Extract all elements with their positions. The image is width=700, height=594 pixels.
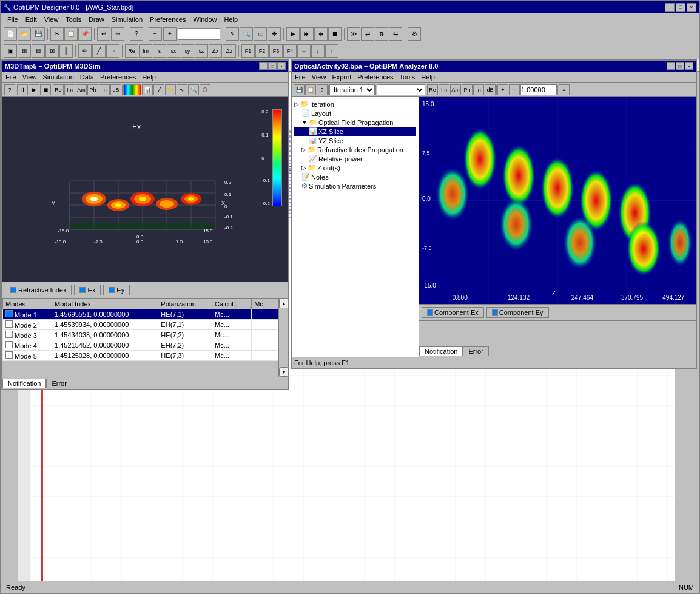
menu-window[interactable]: Window	[189, 15, 220, 24]
analyzer-minus-btn[interactable]: −	[509, 84, 520, 95]
menu-file[interactable]: File	[4, 15, 22, 24]
analyzer-extra-btn[interactable]: ≡	[559, 84, 570, 95]
cut-btn[interactable]: ✂	[50, 27, 64, 41]
field6-btn[interactable]: ↕	[311, 44, 325, 58]
export-btn[interactable]: ⬡	[200, 84, 210, 95]
tree-item-xzslice[interactable]: 📊 XZ Slice	[294, 127, 416, 136]
am-btn[interactable]: Am	[76, 84, 87, 95]
menu-edit[interactable]: Edit	[22, 15, 41, 24]
m3dsim-stop-btn[interactable]: ⏹	[40, 84, 51, 95]
select-tool[interactable]: ▭	[254, 27, 267, 41]
field7-btn[interactable]: ↑	[325, 44, 338, 58]
analyzer-select2[interactable]	[377, 84, 425, 95]
mode1-btn[interactable]: ▣	[4, 44, 17, 58]
zoom-input[interactable]: 0.10000	[178, 28, 220, 40]
refractive-index-btn[interactable]: Refractive Index	[5, 285, 72, 295]
line2-btn[interactable]: ╱	[153, 84, 164, 95]
m3dsim-menu-file[interactable]: File	[2, 73, 19, 81]
settings-btn[interactable]: ⚙	[408, 27, 421, 41]
iteration-select[interactable]: Iteration 1	[329, 84, 375, 95]
m3dsim-minimize[interactable]: _	[259, 62, 268, 70]
analyzer-maximize[interactable]: □	[676, 62, 684, 70]
m3dsim-pause-btn[interactable]: ⏸	[17, 84, 28, 95]
tree-item-yzslice[interactable]: 📊 YZ Slice	[294, 136, 416, 145]
analyzer-copy-btn[interactable]: 📋	[305, 84, 316, 95]
table-row[interactable]: Mode 2 1.45539934, 0.00000000 EH(7,1) Mc…	[3, 320, 278, 330]
m3dsim-menu-sim[interactable]: Simulation	[39, 73, 76, 81]
field5-btn[interactable]: ↔	[297, 44, 311, 58]
m3dsim-menu-pref[interactable]: Preferences	[97, 73, 139, 81]
analyzer-menu-file[interactable]: File	[292, 73, 309, 81]
mode4-btn[interactable]: ⊠	[45, 44, 59, 58]
mode3-btn[interactable]: ⊟	[32, 44, 45, 58]
analyzer-zoom-input[interactable]	[520, 84, 557, 95]
menu-view[interactable]: View	[41, 15, 62, 24]
im-btn[interactable]: Im	[139, 44, 152, 58]
undo-btn[interactable]: ↩	[97, 27, 110, 41]
line-btn[interactable]: ╱	[92, 44, 106, 58]
step1-btn[interactable]: ⏭	[300, 27, 314, 41]
db-btn[interactable]: dB	[110, 84, 121, 95]
extra4-btn[interactable]: ⇆	[389, 27, 402, 41]
analyzer-menu-help[interactable]: Help	[418, 73, 438, 81]
new-btn[interactable]: 📄	[4, 27, 17, 41]
save-btn[interactable]: 💾	[32, 27, 45, 41]
zoom2-btn[interactable]: 🔍	[188, 84, 199, 95]
re-btn[interactable]: Re	[125, 44, 138, 58]
component-ex-btn[interactable]: Component Ex	[422, 307, 484, 318]
in-btn[interactable]: In	[99, 84, 110, 95]
ruler-btn[interactable]: 📏	[165, 84, 176, 95]
am-btn[interactable]: Δx	[209, 44, 222, 58]
arrow-tool[interactable]: ↖	[226, 27, 239, 41]
analyzer-save-btn[interactable]: 💾	[294, 84, 305, 95]
redo-btn[interactable]: ↪	[111, 27, 124, 41]
circle-btn[interactable]: ○	[106, 44, 119, 58]
curve-btn[interactable]: ∿	[177, 84, 187, 95]
pencil-btn[interactable]: ✏	[78, 44, 92, 58]
zoom-tool[interactable]: 🔍	[240, 27, 253, 41]
component-ey-btn[interactable]: Component Ey	[486, 307, 549, 318]
re-btn[interactable]: Re	[53, 84, 64, 95]
analyzer-menu-export[interactable]: Export	[329, 73, 354, 81]
help-tool-btn[interactable]: ?	[130, 27, 143, 41]
analyzer-db-btn[interactable]: dB	[485, 84, 496, 95]
analyzer-menu-tools[interactable]: Tools	[397, 73, 419, 81]
ph-btn[interactable]: Δz	[223, 44, 236, 58]
analyzer-menu-view[interactable]: View	[309, 73, 329, 81]
tree-item-ofp[interactable]: ▼ 📁 Optical Field Propagation	[294, 118, 416, 127]
table-row[interactable]: Mode 5 1.45125028, 0.00000000 HE(7,3) Mc…	[3, 351, 278, 361]
field3-btn[interactable]: F3	[269, 44, 283, 58]
tree-item-relpower[interactable]: 📈 Relative power	[294, 154, 416, 163]
table-scroll[interactable]: Modes Modal Index Polarization Calcul...…	[2, 299, 278, 377]
menu-simulation[interactable]: Simulation	[108, 15, 146, 24]
tree-item-notes[interactable]: 📝 Notes	[294, 172, 416, 181]
analyzer-minimize[interactable]: _	[667, 62, 675, 70]
move-tool[interactable]: ✥	[268, 27, 281, 41]
ez-btn[interactable]: εz	[195, 44, 208, 58]
m3dsim-close[interactable]: ×	[277, 62, 286, 70]
m3dsim-menu-data[interactable]: Data	[77, 73, 97, 81]
zoom-in-btn[interactable]: +	[163, 27, 177, 41]
copy-btn[interactable]: 📋	[64, 27, 78, 41]
table-row[interactable]: Mode 1 1.45695551, 0.00000000 HE(7,1) Mc…	[3, 309, 278, 320]
analyzer-notif-tab[interactable]: Notification	[419, 346, 463, 356]
mode2-btn[interactable]: ⊞	[18, 44, 31, 58]
analyzer-in-btn[interactable]: In	[473, 84, 484, 95]
field4-btn[interactable]: F4	[283, 44, 297, 58]
colormap-btn[interactable]	[123, 84, 141, 95]
mode5-btn[interactable]: ║	[59, 44, 73, 58]
menu-preferences[interactable]: Preferences	[146, 15, 189, 24]
graph-btn[interactable]: 📊	[142, 84, 153, 95]
menu-help[interactable]: Help	[221, 15, 242, 24]
extra1-btn[interactable]: ≫	[347, 27, 360, 41]
m3dsim-help-btn[interactable]: ?	[4, 84, 15, 95]
m3dsim-play-btn[interactable]: ▶	[29, 84, 39, 95]
tree-item-layout[interactable]: 📄 Layout	[294, 109, 416, 118]
extra3-btn[interactable]: ⇅	[375, 27, 388, 41]
analyzer-menu-prefs[interactable]: Preferences	[354, 73, 396, 81]
analyzer-plus-btn[interactable]: +	[497, 84, 508, 95]
tree-item-zouts[interactable]: ▷ 📁 Z out(s)	[294, 163, 416, 172]
table-row[interactable]: Mode 4 1.45215452, 0.00000000 EH(7,2) Mc…	[3, 340, 278, 351]
step2-btn[interactable]: ⏮	[314, 27, 328, 41]
open-btn[interactable]: 📂	[18, 27, 31, 41]
